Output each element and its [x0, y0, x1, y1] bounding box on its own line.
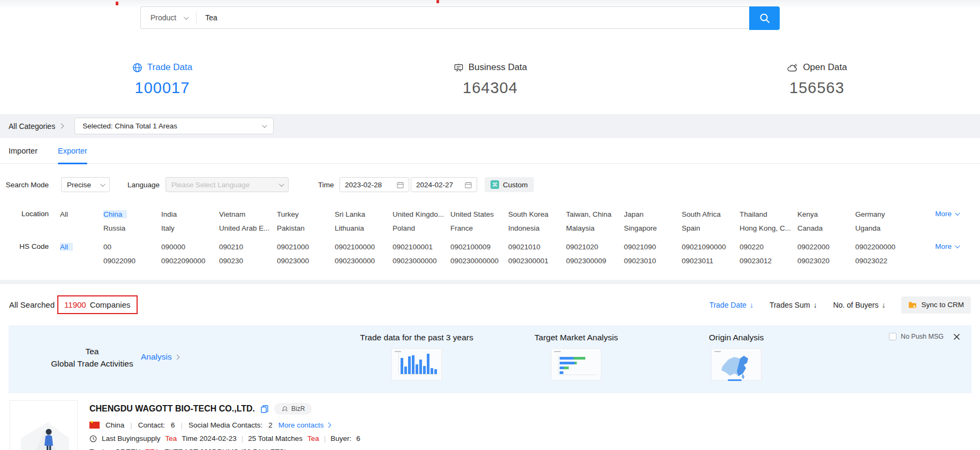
location-option[interactable]: Singapore: [624, 224, 682, 232]
location-option[interactable]: Vietnam: [219, 210, 277, 218]
hs-code-option[interactable]: 0902300001: [508, 257, 566, 265]
hs-code-option[interactable]: 090230: [219, 257, 277, 265]
location-more-link[interactable]: More: [935, 210, 959, 218]
company-country: China: [105, 421, 124, 429]
hs-code-option[interactable]: 0902300009: [566, 257, 624, 265]
hs-code-option[interactable]: 0902100000: [335, 243, 393, 251]
stat-value: 156563: [789, 79, 845, 97]
stat-open-data[interactable]: Open Data 156563: [775, 62, 858, 97]
bizr-badge[interactable]: BizR: [274, 403, 312, 415]
hs-code-option[interactable]: 090220: [740, 243, 797, 251]
hs-code-option[interactable]: 09022090000: [161, 257, 219, 265]
company-photo[interactable]: [10, 400, 78, 450]
hs-code-option[interactable]: 09023010: [624, 257, 682, 265]
location-option[interactable]: United States: [450, 210, 508, 218]
chevron-down-icon: [279, 181, 284, 187]
location-option[interactable]: Germany: [855, 210, 913, 218]
hs-code-option[interactable]: 09023011: [682, 257, 740, 265]
sort-option[interactable]: Trade Date: [709, 301, 753, 309]
location-option[interactable]: China: [103, 210, 161, 218]
hs-code-option[interactable]: 09022090: [103, 257, 161, 265]
hs-code-option[interactable]: 0902200000: [855, 243, 913, 251]
stacked-bar-thumbnail[interactable]: [551, 348, 601, 380]
hs-code-option[interactable]: 0902300000: [335, 257, 393, 265]
hs-code-option[interactable]: 090230000000: [450, 257, 508, 265]
bar-chart-thumbnail[interactable]: [391, 348, 442, 380]
company-count-highlight: 11900 Companies: [57, 295, 137, 314]
location-option[interactable]: Taiwan, China: [566, 210, 624, 218]
location-option[interactable]: South Africa: [682, 210, 740, 218]
sort-option[interactable]: Trades Sum: [770, 301, 817, 309]
hs-code-option[interactable]: 09021020: [566, 243, 624, 251]
location-option[interactable]: Malaysia: [566, 224, 624, 232]
hs-code-option[interactable]: 09021090: [624, 243, 682, 251]
hs-code-option[interactable]: 0902100009: [450, 243, 508, 251]
location-option[interactable]: Poland: [393, 224, 450, 232]
hs-code-more-link[interactable]: More: [935, 242, 959, 250]
location-option[interactable]: Italy: [161, 224, 219, 232]
date-from-input[interactable]: 2023-02-28: [340, 177, 409, 192]
bell-icon: [281, 406, 288, 413]
location-option[interactable]: United Kingdo...: [393, 210, 450, 218]
chevron-down-icon: [262, 123, 267, 128]
location-option[interactable]: Thailand: [740, 210, 797, 218]
hs-code-option[interactable]: 09021010: [508, 243, 566, 251]
hs-code-option[interactable]: 09023000: [277, 257, 335, 265]
location-option[interactable]: Canada: [797, 224, 855, 232]
all-categories-button[interactable]: All Categories: [9, 122, 63, 131]
hs-code-option[interactable]: 09023020: [797, 257, 855, 265]
search-input[interactable]: Tea: [197, 13, 217, 22]
copy-icon[interactable]: [261, 405, 268, 413]
location-option[interactable]: Indonesia: [508, 224, 566, 232]
location-option[interactable]: Kenya: [797, 210, 855, 218]
hs-code-option[interactable]: 09022000: [797, 243, 855, 251]
all-categories-label: All Categories: [9, 122, 55, 131]
location-option[interactable]: Russia: [103, 224, 161, 232]
location-option[interactable]: All: [60, 210, 103, 218]
no-push-checkbox[interactable]: [889, 333, 896, 340]
location-option[interactable]: Turkey: [277, 210, 335, 218]
search-button[interactable]: [749, 6, 780, 30]
hs-code-option[interactable]: 09021090000: [682, 243, 740, 251]
company-name[interactable]: CHENGDU WAGOTT BIO-TECH CO.,LTD.: [89, 404, 255, 414]
language-select[interactable]: Please Select Language: [165, 177, 289, 192]
location-option[interactable]: Sri Lanka: [335, 210, 393, 218]
sync-to-crm-button[interactable]: Sync to CRM: [901, 296, 971, 314]
location-option[interactable]: South Korea: [508, 210, 566, 218]
hs-code-option[interactable]: 090210: [219, 243, 277, 251]
close-icon[interactable]: [953, 333, 960, 340]
stat-trade-data[interactable]: Trade Data 100017: [122, 62, 202, 97]
hs-code-option[interactable]: 090000: [161, 243, 219, 251]
hs-code-option[interactable]: 09021000: [277, 243, 335, 251]
location-option[interactable]: Hong Kong, C...: [740, 224, 797, 232]
location-option[interactable]: India: [161, 210, 219, 218]
location-option[interactable]: Japan: [624, 210, 682, 218]
hs-code-option[interactable]: 0902100001: [393, 243, 450, 251]
search-mode-select[interactable]: Precise: [61, 177, 110, 192]
hs-code-option[interactable]: 09023012: [740, 257, 797, 265]
tab[interactable]: Exporter: [58, 138, 87, 163]
selected-areas-dropdown[interactable]: Selected: China Total 1 Areas: [74, 118, 274, 134]
location-option[interactable]: Lithuania: [335, 224, 393, 232]
total-matches: 25 Total Matches: [248, 434, 303, 443]
date-to-input[interactable]: 2024-02-27: [411, 177, 477, 192]
tab[interactable]: Importer: [9, 138, 37, 163]
location-option[interactable]: France: [450, 224, 508, 232]
more-contacts-link[interactable]: More contacts: [278, 421, 330, 429]
location-option[interactable]: Pakistan: [277, 224, 335, 232]
hs-code-option[interactable]: 09023000000: [393, 257, 450, 265]
analysis-link[interactable]: Analysis: [141, 352, 179, 362]
hs-code-option[interactable]: 00: [103, 243, 161, 251]
company-activity-row: Last Buyingsupply Tea Time 2024-02-23 | …: [89, 434, 360, 443]
sort-option[interactable]: No. of Buyers: [833, 301, 886, 309]
location-option[interactable]: Uganda: [855, 224, 913, 232]
custom-time-button[interactable]: Custom: [485, 177, 534, 192]
location-option[interactable]: United Arab E...: [219, 224, 277, 232]
hs-code-option[interactable]: 09023022: [855, 257, 913, 265]
location-option[interactable]: Spain: [682, 224, 740, 232]
stat-business-data[interactable]: Business Data 164304: [443, 62, 537, 97]
company-result-row[interactable]: CHENGDU WAGOTT BIO-TECH CO.,LTD. BizR Ch…: [0, 400, 980, 450]
china-map-thumbnail[interactable]: [711, 348, 762, 380]
search-category-dropdown[interactable]: Product: [141, 13, 196, 22]
hs-code-option[interactable]: All: [60, 243, 103, 251]
